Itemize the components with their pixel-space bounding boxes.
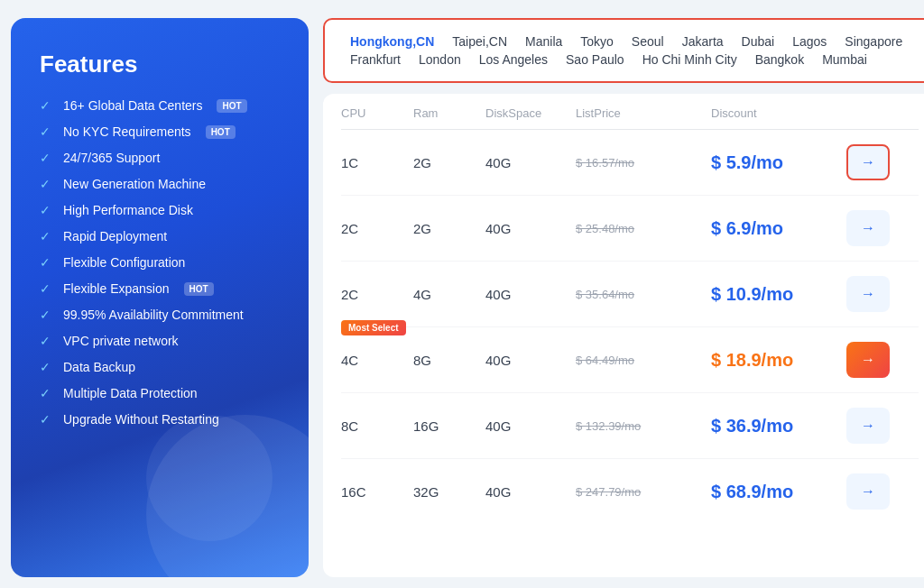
table-header: CPU Ram DiskSpace ListPrice Discount bbox=[341, 94, 919, 130]
features-title: Features bbox=[40, 51, 283, 78]
feature-text-flexible-config: Flexible Configuration bbox=[63, 255, 185, 270]
location-lagos[interactable]: Lagos bbox=[783, 32, 836, 51]
check-icon: ✓ bbox=[40, 255, 54, 270]
feature-text-global-dc: 16+ Global Data Centers bbox=[63, 98, 202, 113]
cell-disk: 40G bbox=[485, 484, 576, 500]
cell-discount-price: $ 18.9/mo bbox=[711, 350, 846, 371]
cell-ram: 4G bbox=[413, 287, 485, 302]
cell-cpu: 4C bbox=[341, 353, 413, 368]
cell-list-price: $ 132.39/mo bbox=[576, 419, 711, 433]
check-icon: ✓ bbox=[40, 177, 54, 191]
hot-badge-no-kyc: HOT bbox=[206, 125, 236, 139]
cell-disk: 40G bbox=[485, 155, 576, 170]
location-hongkong[interactable]: Hongkong,CN bbox=[341, 32, 443, 51]
check-icon: ✓ bbox=[40, 412, 54, 427]
cell-list-price: $ 247.79/mo bbox=[576, 485, 711, 499]
col-cpu: CPU bbox=[341, 106, 413, 120]
cell-discount-price: $ 5.9/mo bbox=[711, 152, 846, 173]
feature-item-vpc: ✓VPC private network bbox=[40, 334, 283, 348]
location-taipei[interactable]: Taipei,CN bbox=[443, 32, 516, 51]
location-mumbai[interactable]: Mumbai bbox=[813, 51, 876, 69]
col-discount: Discount bbox=[711, 106, 846, 120]
col-listprice: ListPrice bbox=[576, 106, 711, 120]
feature-item-global-dc: ✓16+ Global Data CentersHOT bbox=[40, 98, 283, 113]
check-icon: ✓ bbox=[40, 229, 54, 243]
location-box: Hongkong,CNTaipei,CNManilaTokyoSeoulJaka… bbox=[323, 18, 924, 83]
feature-text-high-disk: High Performance Disk bbox=[63, 203, 193, 217]
check-icon: ✓ bbox=[40, 281, 54, 296]
location-sao-paulo[interactable]: Sao Paulo bbox=[557, 51, 633, 69]
features-panel: Features ✓16+ Global Data CentersHOT✓No … bbox=[11, 18, 309, 577]
main-container: Features ✓16+ Global Data CentersHOT✓No … bbox=[11, 18, 913, 577]
cell-cpu: 1C bbox=[341, 155, 413, 170]
cell-discount-price: $ 36.9/mo bbox=[711, 416, 846, 436]
cell-cpu: 2C bbox=[341, 287, 413, 302]
feature-item-availability: ✓99.95% Availability Commitment bbox=[40, 308, 283, 322]
feature-item-multi-protect: ✓Multiple Data Protection bbox=[40, 386, 283, 400]
hot-badge-global-dc: HOT bbox=[217, 99, 246, 113]
feature-text-no-restart: Upgrade Without Restarting bbox=[63, 412, 219, 427]
most-select-badge: Most Select bbox=[341, 320, 406, 335]
feature-text-vpc: VPC private network bbox=[63, 334, 179, 348]
check-icon: ✓ bbox=[40, 124, 54, 139]
feature-item-support: ✓24/7/365 Support bbox=[40, 151, 283, 165]
feature-text-availability: 99.95% Availability Commitment bbox=[63, 308, 244, 322]
cell-disk: 40G bbox=[485, 221, 576, 236]
feature-text-backup: Data Backup bbox=[63, 360, 135, 374]
location-seoul[interactable]: Seoul bbox=[623, 32, 673, 51]
cell-cpu: 2C bbox=[341, 221, 413, 236]
check-icon: ✓ bbox=[40, 203, 54, 217]
feature-item-no-restart: ✓Upgrade Without Restarting bbox=[40, 412, 283, 427]
arrow-button-row-6[interactable]: → bbox=[846, 473, 890, 510]
col-ram: Ram bbox=[413, 106, 485, 120]
location-row-2: FrankfurtLondonLos AngelesSao PauloHo Ch… bbox=[341, 51, 919, 69]
feature-item-flexible-config: ✓Flexible Configuration bbox=[40, 255, 283, 270]
location-manila[interactable]: Manila bbox=[516, 32, 571, 51]
feature-text-no-kyc: No KYC Requirements bbox=[63, 124, 191, 139]
feature-text-rapid: Rapid Deployment bbox=[63, 229, 167, 243]
location-jakarta[interactable]: Jakarta bbox=[673, 32, 733, 51]
table-row-row-1: 1C2G40G$ 16.57/mo$ 5.9/mo→ bbox=[341, 130, 919, 196]
location-london[interactable]: London bbox=[410, 51, 470, 69]
arrow-button-row-4[interactable]: → bbox=[846, 342, 890, 378]
feature-text-flexible-exp: Flexible Expansion bbox=[63, 281, 170, 296]
right-panel: Hongkong,CNTaipei,CNManilaTokyoSeoulJaka… bbox=[309, 18, 924, 577]
cell-disk: 40G bbox=[485, 418, 576, 434]
cell-ram: 32G bbox=[413, 484, 485, 500]
cell-discount-price: $ 68.9/mo bbox=[711, 482, 846, 502]
cell-discount-price: $ 6.9/mo bbox=[711, 218, 846, 239]
check-icon: ✓ bbox=[40, 334, 54, 348]
feature-text-support: 24/7/365 Support bbox=[63, 151, 160, 165]
check-icon: ✓ bbox=[40, 308, 54, 322]
location-row-1: Hongkong,CNTaipei,CNManilaTokyoSeoulJaka… bbox=[341, 32, 919, 51]
location-singapore[interactable]: Singapore bbox=[836, 32, 911, 51]
arrow-button-row-5[interactable]: → bbox=[846, 408, 890, 444]
location-bangkok[interactable]: Bangkok bbox=[746, 51, 813, 69]
hot-badge-flexible-exp: HOT bbox=[184, 282, 214, 296]
cell-cpu: 16C bbox=[341, 484, 413, 500]
pricing-rows: 1C2G40G$ 16.57/mo$ 5.9/mo→2C2G40G$ 25.48… bbox=[341, 130, 919, 524]
table-row-row-5: 8C16G40G$ 132.39/mo$ 36.9/mo→ bbox=[341, 393, 919, 459]
feature-item-backup: ✓Data Backup bbox=[40, 360, 283, 374]
cell-list-price: $ 64.49/mo bbox=[576, 354, 711, 367]
location-frankfurt[interactable]: Frankfurt bbox=[341, 51, 410, 69]
location-dubai[interactable]: Dubai bbox=[733, 32, 784, 51]
feature-item-rapid: ✓Rapid Deployment bbox=[40, 229, 283, 243]
feature-item-high-disk: ✓High Performance Disk bbox=[40, 203, 283, 217]
feature-text-new-gen: New Generation Machine bbox=[63, 177, 206, 191]
col-action bbox=[846, 106, 919, 120]
cell-ram: 2G bbox=[413, 221, 485, 236]
location-los-angeles[interactable]: Los Angeles bbox=[470, 51, 557, 69]
location-ho-chi-minh[interactable]: Ho Chi Minh City bbox=[633, 51, 746, 69]
feature-item-new-gen: ✓New Generation Machine bbox=[40, 177, 283, 191]
table-row-row-4: Most Select4C8G40G$ 64.49/mo$ 18.9/mo→ bbox=[341, 327, 919, 393]
table-row-row-3: 2C4G40G$ 35.64/mo$ 10.9/mo→ bbox=[341, 262, 919, 327]
feature-item-no-kyc: ✓No KYC RequirementsHOT bbox=[40, 124, 283, 139]
cell-discount-price: $ 10.9/mo bbox=[711, 284, 846, 305]
cell-list-price: $ 16.57/mo bbox=[576, 156, 711, 170]
arrow-button-row-3[interactable]: → bbox=[846, 276, 890, 312]
col-disk: DiskSpace bbox=[485, 106, 576, 120]
arrow-button-row-1[interactable]: → bbox=[846, 144, 890, 180]
location-tokyo[interactable]: Tokyo bbox=[571, 32, 623, 51]
arrow-button-row-2[interactable]: → bbox=[846, 210, 890, 246]
